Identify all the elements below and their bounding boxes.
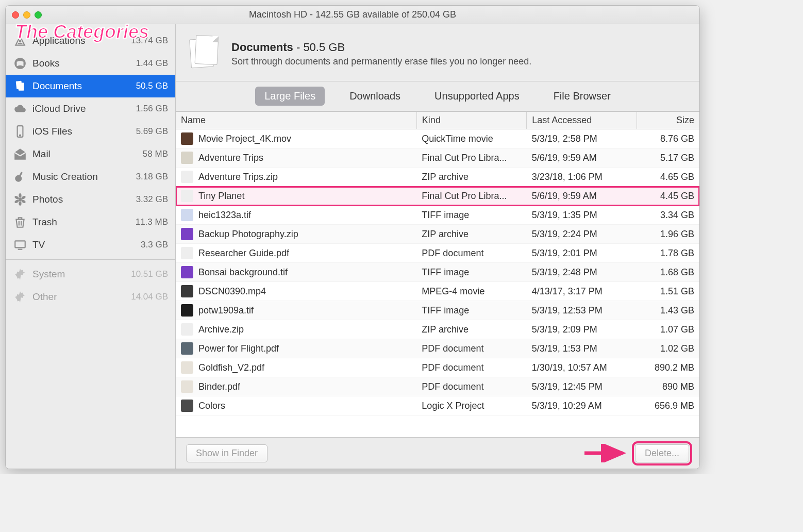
file-icon — [181, 400, 193, 412]
file-kind: TIFF image — [416, 206, 526, 225]
show-in-finder-button[interactable]: Show in Finder — [186, 444, 267, 462]
sidebar-item-size: 3.18 GB — [136, 172, 168, 182]
sidebar-item-size: 3.3 GB — [141, 240, 168, 250]
table-row[interactable]: Movie Project_4K.mov QuickTime movie 5/3… — [176, 129, 699, 148]
view-tabs: Large FilesDownloadsUnsupported AppsFile… — [176, 81, 699, 111]
sidebar-item-size: 13.74 GB — [131, 36, 168, 46]
column-header-size[interactable]: Size — [637, 112, 699, 129]
file-kind: ZIP archive — [416, 225, 526, 244]
file-size: 4.45 GB — [637, 187, 699, 206]
docs-icon — [13, 79, 27, 93]
table-row[interactable]: Bonsai background.tif TIFF image 5/3/19,… — [176, 263, 699, 282]
table-row[interactable]: Adventure Trips Final Cut Pro Libra... 5… — [176, 148, 699, 168]
file-last-accessed: 5/3/19, 1:35 PM — [527, 206, 637, 225]
sidebar-item-label: Documents — [32, 80, 82, 92]
documents-stack-icon — [190, 36, 221, 72]
sidebar-item-applications[interactable]: Applications 13.74 GB — [6, 29, 175, 52]
file-table: Name Kind Last Accessed Size Movie Proje… — [176, 112, 699, 415]
sidebar-item-other: Other 14.04 GB — [6, 286, 175, 308]
file-last-accessed: 5/3/19, 10:29 AM — [527, 396, 637, 415]
file-name: Backup Photography.zip — [198, 229, 298, 240]
sidebar-item-label: Books — [32, 58, 60, 69]
file-icon — [181, 323, 193, 336]
file-kind: PDF document — [416, 339, 526, 358]
file-last-accessed: 5/3/19, 2:58 PM — [527, 129, 637, 148]
header-dash: - — [296, 41, 303, 54]
sidebar-item-ios-files[interactable]: iOS Files 5.69 GB — [6, 120, 175, 143]
sidebar-item-photos[interactable]: Photos 3.32 GB — [6, 188, 175, 211]
sidebar-divider — [6, 259, 175, 260]
table-row[interactable]: Colors Logic X Project 5/3/19, 10:29 AM … — [176, 396, 699, 415]
file-size: 4.65 GB — [637, 168, 699, 187]
svg-point-5 — [20, 135, 21, 136]
file-name: Bonsai background.tif — [198, 267, 288, 278]
minimize-window-button[interactable] — [23, 11, 30, 19]
table-row[interactable]: Adventure Trips.zip ZIP archive 3/23/18,… — [176, 168, 699, 187]
zoom-window-button[interactable] — [35, 11, 42, 19]
file-size: 656.9 MB — [637, 396, 699, 415]
table-row[interactable]: heic1323a.tif TIFF image 5/3/19, 1:35 PM… — [176, 206, 699, 225]
sidebar-item-music-creation[interactable]: Music Creation 3.18 GB — [6, 165, 175, 188]
mail-icon — [13, 147, 27, 161]
file-name: Movie Project_4K.mov — [198, 134, 291, 144]
header-title: Documents — [231, 41, 293, 54]
gear-icon — [13, 267, 27, 281]
file-name: potw1909a.tif — [198, 305, 254, 316]
sidebar-item-label: iCloud Drive — [32, 103, 86, 114]
categories-sidebar: Applications 13.74 GB Books 1.44 GB Docu… — [6, 24, 176, 469]
file-size: 1.96 GB — [637, 225, 699, 244]
file-kind: MPEG-4 movie — [416, 282, 526, 301]
table-row[interactable]: Researcher Guide.pdf PDF document 5/3/19… — [176, 244, 699, 263]
file-size: 1.07 GB — [637, 320, 699, 339]
sidebar-item-documents[interactable]: Documents 50.5 GB — [6, 75, 175, 97]
close-window-button[interactable] — [12, 11, 19, 19]
table-row[interactable]: Goldfish_V2.pdf PDF document 1/30/19, 10… — [176, 358, 699, 377]
tab-unsupported-apps[interactable]: Unsupported Apps — [425, 87, 529, 106]
table-row[interactable]: Binder.pdf PDF document 5/3/19, 12:45 PM… — [176, 377, 699, 396]
file-size: 1.43 GB — [637, 301, 699, 320]
file-table-area[interactable]: Name Kind Last Accessed Size Movie Proje… — [176, 111, 699, 437]
file-kind: TIFF image — [416, 301, 526, 320]
sidebar-item-tv[interactable]: TV 3.3 GB — [6, 234, 175, 256]
tab-file-browser[interactable]: File Browser — [544, 87, 620, 106]
sidebar-item-mail[interactable]: Mail 58 MB — [6, 143, 175, 165]
tab-downloads[interactable]: Downloads — [340, 87, 410, 106]
title-bar: Macintosh HD - 142.55 GB available of 25… — [6, 6, 699, 24]
table-row[interactable]: Power for Flight.pdf PDF document 5/3/19… — [176, 339, 699, 358]
column-header-kind[interactable]: Kind — [416, 112, 526, 129]
sidebar-item-books[interactable]: Books 1.44 GB — [6, 52, 175, 75]
file-icon — [181, 304, 193, 317]
svg-point-12 — [19, 201, 21, 206]
svg-rect-17 — [15, 241, 25, 247]
delete-button[interactable]: Delete... — [635, 444, 689, 462]
table-row[interactable]: Tiny Planet Final Cut Pro Libra... 5/6/1… — [176, 187, 699, 206]
file-last-accessed: 5/3/19, 1:53 PM — [527, 339, 637, 358]
file-kind: Final Cut Pro Libra... — [416, 187, 526, 206]
table-row[interactable]: Archive.zip ZIP archive 5/3/19, 2:09 PM … — [176, 320, 699, 339]
annotation-arrow-icon — [582, 444, 629, 462]
file-name: Tiny Planet — [198, 191, 244, 202]
main-content: Documents - 50.5 GB Sort through documen… — [176, 24, 699, 469]
file-kind: PDF document — [416, 358, 526, 377]
sidebar-item-size: 50.5 GB — [136, 81, 168, 91]
trash-icon — [13, 215, 27, 229]
tab-large-files[interactable]: Large Files — [255, 87, 325, 106]
column-header-last-accessed[interactable]: Last Accessed — [527, 112, 637, 129]
table-row[interactable]: DSCN0390.mp4 MPEG-4 movie 4/13/17, 3:17 … — [176, 282, 699, 301]
file-name: Goldfish_V2.pdf — [198, 362, 264, 373]
sidebar-item-icloud-drive[interactable]: iCloud Drive 1.56 GB — [6, 97, 175, 120]
sidebar-item-label: TV — [32, 239, 45, 251]
table-row[interactable]: Backup Photography.zip ZIP archive 5/3/1… — [176, 225, 699, 244]
footer-bar: Show in Finder Delete... — [176, 437, 699, 469]
file-kind: PDF document — [416, 377, 526, 396]
file-name: heic1323a.tif — [198, 210, 251, 221]
sidebar-item-trash[interactable]: Trash 11.3 MB — [6, 211, 175, 234]
sidebar-item-size: 1.44 GB — [136, 58, 168, 69]
table-row[interactable]: potw1909a.tif TIFF image 5/3/19, 12:53 P… — [176, 301, 699, 320]
file-size: 890 MB — [637, 377, 699, 396]
svg-point-9 — [19, 193, 21, 198]
tv-icon — [13, 238, 27, 252]
table-header: Name Kind Last Accessed Size — [176, 112, 699, 129]
column-header-name[interactable]: Name — [176, 112, 416, 129]
file-name: Binder.pdf — [198, 381, 240, 392]
